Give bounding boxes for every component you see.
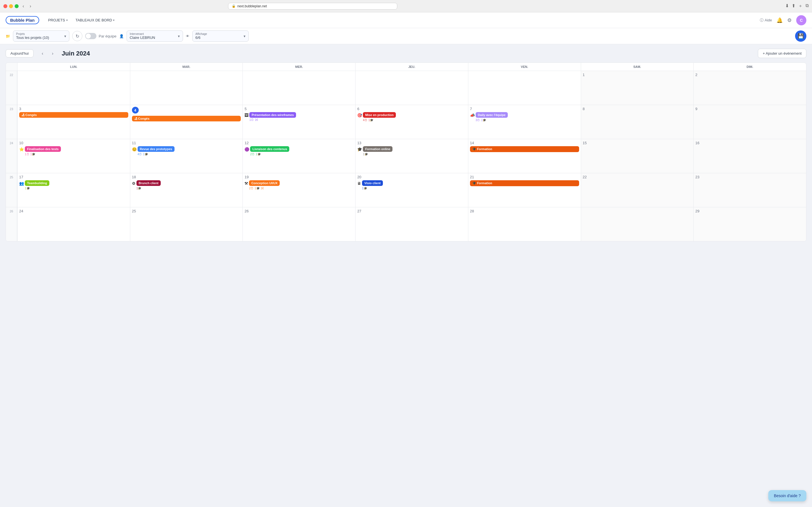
affichage-chevron-icon: ▾: [244, 34, 246, 38]
cell-lun-22: [17, 71, 130, 105]
minimize-btn[interactable]: [9, 4, 13, 8]
week-number-24: 24: [6, 139, 17, 173]
cell-lun-23: 3 🏖 Congés: [17, 105, 130, 139]
cell-mar-26: 25: [130, 207, 243, 241]
cell-dim-25: 23: [693, 173, 806, 207]
livraison-event[interactable]: Livraison des contenus: [250, 146, 289, 152]
cell-mar-22: [130, 71, 243, 105]
cell-lun-25: 17 👥 Teambuilding 1🎓: [17, 173, 130, 207]
conception-meta: 2🗒1🎓1€: [249, 187, 280, 190]
share-icon[interactable]: ⬆: [792, 3, 795, 9]
close-btn[interactable]: [3, 4, 7, 8]
livraison-icon: 🟣: [245, 147, 249, 152]
presentation-event[interactable]: Présentation des wireframes: [249, 112, 296, 118]
cell-lun-24: 10 ⭐ Finalisation des tests 1🗒1🎓: [17, 139, 130, 173]
presentation-meta: 1🗒1€: [249, 118, 296, 121]
maximize-btn[interactable]: [15, 4, 18, 8]
cell-sam-25: 22: [581, 173, 694, 207]
today-button[interactable]: Aujourd'hui: [6, 49, 34, 57]
cell-sam-26: [581, 207, 694, 241]
cell-mer-26: 26: [243, 207, 355, 241]
brunch-event[interactable]: Brunch client: [137, 180, 161, 186]
user-icon: 👤: [119, 34, 124, 38]
daily-meta: 3🗒1🎓: [476, 119, 508, 122]
bell-icon[interactable]: 🔔: [776, 17, 783, 23]
help-chat-button[interactable]: Besoin d'aide ?: [768, 490, 806, 501]
header-right: ⓘ Aide 🔔 ⚙ C: [760, 15, 806, 25]
save-button[interactable]: 💾: [795, 31, 806, 42]
finalisation-icon: ⭐: [19, 147, 24, 152]
projects-value: Tous les projets (10): [16, 36, 49, 40]
cell-ven-23: 7 📣 Daily avec l'équipe 3🗒1🎓: [468, 105, 581, 139]
calendar-header: Aujourd'hui ‹ › Juin 2024 + Ajouter un é…: [6, 49, 806, 58]
window-controls: [3, 4, 18, 8]
refresh-button[interactable]: ↻: [72, 31, 82, 41]
calendar-container: Aujourd'hui ‹ › Juin 2024 + Ajouter un é…: [0, 44, 812, 506]
equipe-toggle-switch[interactable]: [85, 33, 96, 39]
next-month-button[interactable]: ›: [48, 49, 57, 58]
new-tab-icon[interactable]: ＋: [798, 3, 803, 9]
projects-label: Projets: [16, 33, 49, 36]
formation-online-meta: 1🎓: [363, 153, 393, 156]
calendar-week-22: 22 1 2: [6, 71, 806, 105]
cell-mer-25: 19 ⚒ Conception UI/UX 2🗒1🎓1€: [243, 173, 355, 207]
browser-chrome: ‹ › 🔒 next.bubbleplan.net ⬇ ⬆ ＋ ⧉: [0, 0, 812, 12]
tableaux-chevron-icon: ▾: [113, 18, 114, 22]
calendar-week-25: 25 17 👥 Teambuilding 1🎓 18: [6, 173, 806, 207]
presentation-icon: 🖼: [245, 113, 248, 117]
affichage-selector[interactable]: Affichage 6/6 ▾: [192, 31, 249, 42]
intervenant-chevron-icon: ▾: [178, 34, 180, 38]
nav-projets[interactable]: PROJETS ▾: [45, 16, 71, 24]
formation-21-event[interactable]: 🎓 Formation: [470, 180, 579, 186]
revue-event[interactable]: Revue des prototypes: [138, 146, 174, 152]
conception-icon: ⚒: [245, 181, 248, 186]
visio-event[interactable]: Visio client: [362, 180, 383, 186]
brunch-meta: 1🎓: [137, 187, 161, 190]
conception-event[interactable]: Conception UI/UX: [249, 180, 280, 186]
week-num-header: [6, 63, 17, 71]
intervenant-selector[interactable]: Intervenant Claire LEBRUN ▾: [126, 31, 183, 42]
week-number-23: 23: [6, 105, 17, 139]
avatar[interactable]: C: [796, 15, 806, 25]
cell-lun-26: 24: [17, 207, 130, 241]
calendar-grid: LUN. MAR. MER. JEU. VEN. SAM. DIM. 22 1 …: [6, 62, 806, 241]
teambuilding-event[interactable]: Teambuilding: [25, 180, 49, 186]
download-icon[interactable]: ⬇: [785, 3, 789, 9]
help-circle-icon: ⓘ: [760, 18, 763, 23]
add-event-button[interactable]: + Ajouter un événement: [758, 49, 806, 58]
formation-online-event[interactable]: Formation online: [363, 146, 393, 152]
cell-sam-22: 1: [581, 71, 694, 105]
address-bar[interactable]: 🔒 next.bubbleplan.net: [228, 3, 397, 10]
conges-mar-event[interactable]: 🏖 Congés: [132, 116, 241, 121]
logo-container[interactable]: Bubble Plan: [6, 16, 39, 24]
cell-jeu-25: 20 🖥 Visio client 1🎓: [355, 173, 468, 207]
formation-14-event[interactable]: 🎓 Formation: [470, 146, 579, 152]
cell-jeu-26: 27: [355, 207, 468, 241]
formation-online-icon: 🎓: [357, 147, 362, 152]
cell-dim-24: 16: [693, 139, 806, 173]
teambuilding-icon: 👥: [19, 181, 24, 186]
mise-prod-icon: 🎯: [357, 113, 362, 117]
finalisation-event[interactable]: Finalisation des tests: [25, 146, 61, 152]
back-btn[interactable]: ‹: [21, 3, 26, 9]
tabs-icon[interactable]: ⧉: [806, 3, 809, 9]
projects-selector[interactable]: Projets Tous les projets (10) ▾: [13, 31, 69, 42]
folder-icon: 📁: [6, 34, 10, 38]
cell-mer-22: [243, 71, 355, 105]
cell-mar-23: 4 🏖 Congés: [130, 105, 243, 139]
prev-month-button[interactable]: ‹: [38, 49, 47, 58]
logo[interactable]: Bubble Plan: [6, 16, 39, 24]
settings-icon[interactable]: ⚙: [787, 17, 792, 23]
daily-event[interactable]: Daily avec l'équipe: [476, 112, 508, 118]
toolbar: 📁 Projets Tous les projets (10) ▾ ↻ Par …: [0, 28, 812, 44]
nav-tableaux[interactable]: TABLEAUX DE BORD ▾: [72, 16, 118, 24]
forward-btn[interactable]: ›: [28, 3, 33, 9]
calendar-nav: ‹ ›: [38, 49, 57, 58]
daily-icon: 📣: [470, 113, 475, 117]
mise-production-event[interactable]: Mise en production: [363, 112, 396, 118]
conges-lun-event[interactable]: 🏖 Congés: [19, 112, 128, 118]
help-button[interactable]: ⓘ Aide: [760, 18, 772, 23]
cell-jeu-23: 6 🎯 Mise en production 4🗒1🎓: [355, 105, 468, 139]
par-equipe-label: Par équipe: [99, 34, 116, 38]
cell-ven-26: 28: [468, 207, 581, 241]
